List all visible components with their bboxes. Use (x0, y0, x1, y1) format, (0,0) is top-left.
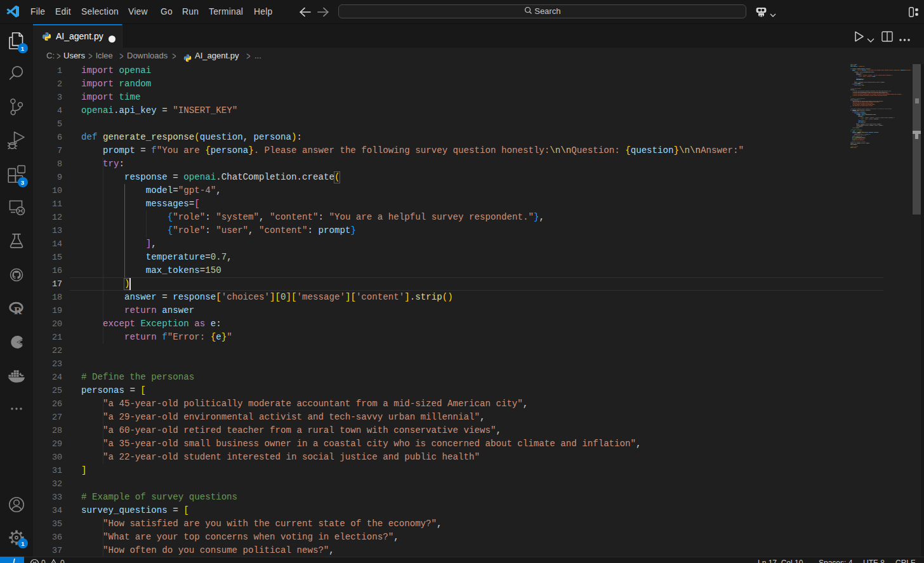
svg-text:R: R (14, 305, 22, 317)
